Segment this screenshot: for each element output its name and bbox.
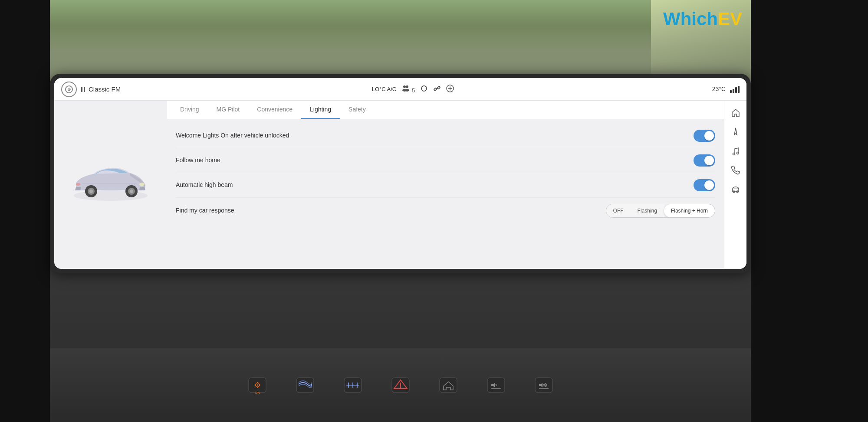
people-icon: 5 xyxy=(401,85,415,94)
music-nav-button[interactable] xyxy=(727,142,744,160)
phone-nav-button[interactable] xyxy=(727,161,744,179)
welcome-lights-label: Welcome Lights On after vehicle unlocked xyxy=(176,131,694,140)
follow-home-label: Follow me home xyxy=(176,156,694,165)
svg-rect-33 xyxy=(535,378,552,393)
svg-rect-7 xyxy=(730,90,732,93)
car-image xyxy=(67,159,154,211)
physical-buttons-row: ⚙ ON xyxy=(50,348,751,422)
top-center-info: LO°C A/C 5 xyxy=(372,85,454,94)
pause-bar-1 xyxy=(81,87,82,92)
content-area: Driving MG Pilot Convenience Lighting Sa… xyxy=(54,101,746,269)
phys-btn-power[interactable]: ⚙ ON xyxy=(240,372,275,398)
svg-rect-30 xyxy=(440,378,457,393)
add-icon[interactable] xyxy=(446,85,454,94)
find-car-label: Find my car response xyxy=(176,206,606,215)
setting-follow-home: Follow me home xyxy=(176,148,715,173)
phys-btn-home[interactable] xyxy=(431,372,466,398)
whichev-logo: WhichEV xyxy=(663,9,742,29)
svg-point-20 xyxy=(733,153,735,155)
tab-convenience[interactable]: Convenience xyxy=(248,101,301,119)
logo-which: Which xyxy=(663,9,718,29)
phys-btn-hazard[interactable] xyxy=(383,372,418,398)
svg-rect-10 xyxy=(738,86,740,93)
phys-btn-volume-down[interactable] xyxy=(479,372,513,398)
station-name: Classic FM xyxy=(89,85,121,93)
welcome-lights-toggle[interactable] xyxy=(694,130,715,142)
tab-driving[interactable]: Driving xyxy=(171,101,208,119)
svg-rect-8 xyxy=(733,89,734,93)
svg-point-2 xyxy=(406,85,408,88)
tab-safety[interactable]: Safety xyxy=(340,101,375,119)
signal-bars-icon xyxy=(730,85,740,92)
svg-rect-5 xyxy=(437,86,441,89)
btn-off[interactable]: OFF xyxy=(606,204,631,217)
media-button[interactable]: ⊕ xyxy=(61,82,77,97)
follow-home-toggle[interactable] xyxy=(694,154,715,167)
home-nav-button[interactable] xyxy=(727,104,744,121)
svg-text:⚙: ⚙ xyxy=(254,381,261,389)
svg-rect-32 xyxy=(491,384,493,386)
pause-button[interactable] xyxy=(81,87,85,92)
black-border-right xyxy=(751,0,868,422)
temp-text: 23°C xyxy=(712,85,726,92)
settings-panel: Driving MG Pilot Convenience Lighting Sa… xyxy=(167,101,724,269)
svg-rect-9 xyxy=(735,87,737,93)
find-car-btn-group: OFF Flashing Flashing + Horn xyxy=(606,204,715,218)
svg-point-18 xyxy=(139,183,145,186)
svg-point-0 xyxy=(403,85,406,88)
svg-rect-31 xyxy=(487,378,505,393)
btn-flashing-horn[interactable]: Flashing + Horn xyxy=(664,204,715,217)
car-panel xyxy=(54,101,167,269)
svg-rect-34 xyxy=(539,384,541,386)
phys-btn-rear-defrost[interactable] xyxy=(335,372,370,398)
setting-auto-high-beam: Automatic high beam xyxy=(176,173,715,198)
temperature-display: 23°C xyxy=(712,85,740,93)
black-border-left xyxy=(0,0,50,422)
right-nav xyxy=(724,101,746,269)
svg-point-17 xyxy=(130,190,133,193)
tab-mg-pilot[interactable]: MG Pilot xyxy=(208,101,249,119)
pause-bar-2 xyxy=(84,87,85,92)
svg-point-21 xyxy=(736,152,739,154)
screen-bezel: ⊕ Classic FM LO°C A/C xyxy=(50,74,751,273)
svg-text:ON: ON xyxy=(255,391,260,395)
settings-list: Welcome Lights On after vehicle unlocked… xyxy=(167,119,724,269)
phys-btn-volume-up[interactable] xyxy=(526,372,561,398)
screen: ⊕ Classic FM LO°C A/C xyxy=(54,78,746,269)
logo-ev: EV xyxy=(718,9,742,29)
auto-high-beam-toggle[interactable] xyxy=(694,179,715,191)
phys-btn-front-defrost[interactable] xyxy=(288,372,322,398)
link-icon xyxy=(433,85,441,94)
btn-flashing[interactable]: Flashing xyxy=(631,204,664,217)
ac-info: LO°C A/C xyxy=(372,86,397,92)
svg-point-14 xyxy=(89,190,93,193)
sync-icon xyxy=(420,85,428,94)
svg-point-3 xyxy=(405,89,409,92)
tab-lighting[interactable]: Lighting xyxy=(301,101,340,119)
setting-find-car: Find my car response OFF Flashing Flashi… xyxy=(176,198,715,224)
setting-welcome-lights: Welcome Lights On after vehicle unlocked xyxy=(176,124,715,148)
svg-point-19 xyxy=(76,183,80,186)
navigation-nav-button[interactable] xyxy=(727,123,744,141)
car-nav-button[interactable] xyxy=(727,180,744,198)
svg-rect-4 xyxy=(434,88,437,91)
top-bar: ⊕ Classic FM LO°C A/C xyxy=(54,78,746,101)
tabs-row: Driving MG Pilot Convenience Lighting Sa… xyxy=(167,101,724,119)
auto-high-beam-label: Automatic high beam xyxy=(176,181,694,190)
